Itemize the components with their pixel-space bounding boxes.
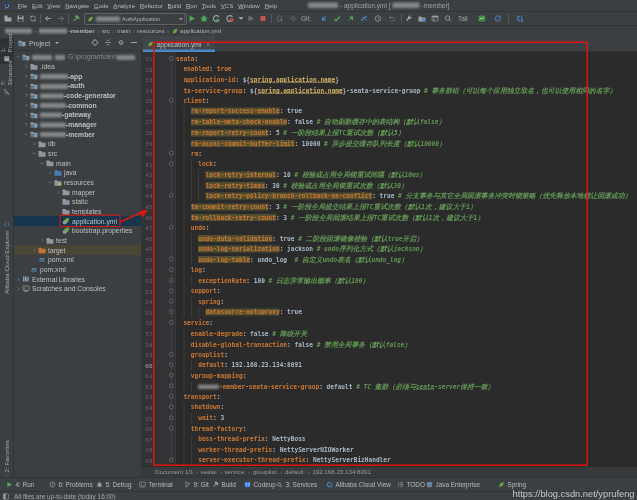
tree-item[interactable]: java bbox=[14, 168, 141, 178]
editor-breadcrumb-item[interactable]: 192.168.23.134:8091 bbox=[312, 469, 371, 476]
toolwindow-java-enterprise[interactable]: Java Enterprise bbox=[426, 478, 480, 491]
back-arrow-button[interactable] bbox=[44, 13, 52, 24]
chevron-right-icon[interactable] bbox=[23, 102, 29, 108]
chevron-right-icon[interactable] bbox=[47, 170, 53, 176]
chevron-right-icon[interactable] bbox=[23, 63, 29, 69]
tab-close-icon[interactable]: × bbox=[206, 40, 210, 48]
forward-arrow-button[interactable] bbox=[57, 13, 65, 24]
monitor-green-button[interactable] bbox=[478, 13, 486, 24]
chevron-right-icon[interactable] bbox=[23, 92, 29, 98]
fold-marker[interactable] bbox=[169, 193, 174, 198]
chevron-right-icon[interactable] bbox=[31, 247, 37, 253]
menu-file[interactable]: File bbox=[18, 2, 28, 9]
tree-item[interactable]: test bbox=[14, 236, 141, 246]
fold-marker[interactable] bbox=[169, 415, 174, 420]
tree-item[interactable]: -manager bbox=[14, 120, 141, 130]
fold-marker[interactable] bbox=[169, 310, 174, 315]
menu-run[interactable]: Run bbox=[186, 2, 197, 9]
settings-dim-button[interactable] bbox=[289, 13, 297, 24]
tree-item[interactable]: resources bbox=[14, 178, 141, 188]
tree-item[interactable]: templates bbox=[14, 207, 141, 217]
toolwindow--services[interactable]: 3: Services bbox=[276, 478, 317, 491]
tree-item[interactable]: External Libraries bbox=[14, 274, 141, 284]
chevron-right-icon[interactable] bbox=[31, 141, 37, 147]
editor-breadcrumb-item[interactable]: seata: bbox=[201, 469, 218, 476]
tree-item[interactable]: -member bbox=[14, 129, 141, 139]
stripe-alibaba-cloud-explorer[interactable]: Alibaba Cloud Explorer bbox=[0, 195, 13, 296]
fold-marker[interactable] bbox=[169, 362, 174, 367]
chevron-right-icon[interactable] bbox=[55, 189, 61, 195]
cloud-c-button[interactable] bbox=[516, 13, 524, 24]
chevron-down-icon[interactable] bbox=[39, 160, 45, 166]
tree-item[interactable]: mapper bbox=[14, 187, 141, 197]
code-area[interactable]: 3132333435363738394041424344454647484950… bbox=[141, 52, 637, 466]
toolwindow--debug[interactable]: 5: Debug bbox=[96, 478, 131, 491]
fold-marker[interactable] bbox=[169, 458, 174, 463]
chevron-right-icon[interactable] bbox=[15, 286, 21, 292]
push-green-button[interactable] bbox=[347, 13, 355, 24]
toolwindow-todo[interactable]: TODO bbox=[397, 478, 425, 491]
caret-down-button[interactable] bbox=[237, 13, 245, 24]
fold-marker[interactable] bbox=[169, 394, 174, 399]
play-dim-button[interactable] bbox=[247, 13, 255, 24]
tail-label[interactable]: Tail bbox=[458, 13, 468, 24]
chevron-right-icon[interactable] bbox=[15, 276, 21, 282]
breadcrumb-item[interactable]: resources bbox=[137, 28, 164, 35]
ban-blue-button[interactable] bbox=[494, 13, 502, 24]
fold-marker[interactable] bbox=[169, 56, 174, 61]
tree-item[interactable]: mpom.xml bbox=[14, 255, 141, 265]
fold-marker[interactable] bbox=[169, 98, 174, 103]
fold-marker[interactable] bbox=[169, 162, 174, 167]
tree-item[interactable]: .idea bbox=[14, 62, 141, 72]
menu-edit[interactable]: Edit bbox=[32, 2, 43, 9]
editor-breadcrumb-item[interactable]: default: bbox=[285, 469, 305, 476]
tab-application-yml[interactable]: application.yml × bbox=[143, 36, 215, 52]
tree-item[interactable]: G:\program\dev\ bbox=[14, 52, 141, 62]
minus-icon[interactable] bbox=[130, 39, 138, 47]
compare-blue-button[interactable] bbox=[360, 13, 368, 24]
update-blue-button[interactable] bbox=[320, 13, 328, 24]
stripe--structure[interactable]: 7: Structure bbox=[0, 65, 13, 97]
fold-marker[interactable] bbox=[169, 151, 174, 156]
tree-item[interactable]: db bbox=[14, 139, 141, 149]
debug-bug-button[interactable] bbox=[200, 13, 208, 24]
editor-breadcrumb-item[interactable]: Document 1/1 bbox=[155, 469, 194, 476]
tree-item[interactable]: -code-generator bbox=[14, 91, 141, 101]
tree-item[interactable]: -common bbox=[14, 100, 141, 110]
breadcrumb-item[interactable]: -member bbox=[39, 28, 95, 35]
tree-item[interactable]: Scratches and Consoles bbox=[14, 284, 141, 294]
toolwindow-alibaba-cloud-view[interactable]: Alibaba Cloud View bbox=[326, 478, 391, 491]
chevron-down-icon[interactable] bbox=[31, 150, 37, 156]
profiler-button[interactable] bbox=[226, 13, 234, 24]
chevron-right-icon[interactable] bbox=[23, 83, 29, 89]
menu-window[interactable]: Window bbox=[238, 2, 260, 9]
toolwindow--run[interactable]: 4: Run bbox=[6, 478, 34, 491]
editor-breadcrumb-item[interactable]: service: bbox=[224, 469, 245, 476]
save-button[interactable] bbox=[17, 13, 25, 24]
fold-marker[interactable] bbox=[169, 373, 174, 378]
collapse-all-icon[interactable] bbox=[104, 39, 112, 47]
sync-button[interactable] bbox=[29, 13, 37, 24]
breadcrumb-item[interactable]: main bbox=[117, 28, 130, 35]
wrench-button[interactable] bbox=[405, 13, 413, 24]
fold-marker[interactable] bbox=[169, 426, 174, 431]
menu-navigate[interactable]: Navigate bbox=[65, 2, 89, 9]
menu-help[interactable]: Help bbox=[265, 2, 278, 9]
toolwindow--git[interactable]: 9: Git bbox=[184, 478, 209, 491]
project-panel-header[interactable]: Project bbox=[14, 36, 141, 51]
chevron-right-icon[interactable] bbox=[23, 121, 29, 127]
attach-dim-button[interactable] bbox=[276, 13, 284, 24]
undo-dim-button[interactable] bbox=[388, 13, 396, 24]
tree-item[interactable]: mpom.xml bbox=[14, 265, 141, 275]
chevron-down-icon[interactable] bbox=[15, 54, 21, 60]
editor-breadcrumb-item[interactable]: grouplist: bbox=[253, 469, 278, 476]
fold-marker[interactable] bbox=[169, 288, 174, 293]
tree-item[interactable]: src bbox=[14, 149, 141, 159]
fold-marker[interactable] bbox=[169, 320, 174, 325]
coverage-button[interactable] bbox=[213, 13, 221, 24]
folder-blue-button[interactable] bbox=[418, 13, 426, 24]
tree-item[interactable]: -auth bbox=[14, 81, 141, 91]
fold-marker[interactable] bbox=[169, 225, 174, 230]
fold-marker[interactable] bbox=[169, 267, 174, 272]
menu-view[interactable]: View bbox=[47, 2, 60, 9]
